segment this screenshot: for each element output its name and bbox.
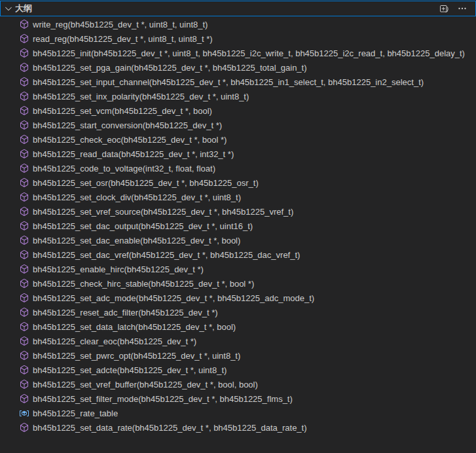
symbol-method-icon	[19, 321, 29, 332]
outline-item[interactable]: bh45b1225_reset_adc_filter(bh45b1225_dev…	[0, 305, 476, 319]
chevron-down-icon	[3, 3, 14, 14]
outline-item-label: bh45b1225_rate_table	[33, 408, 118, 418]
outline-item[interactable]: read_reg(bh45b1225_dev_t *, uint8_t, uin…	[0, 31, 476, 46]
outline-item-label: bh45b1225_set_dac_vref(bh45b1225_dev_t *…	[33, 250, 300, 260]
symbol-method-icon	[19, 206, 29, 217]
outline-item-label: bh45b1225_enable_hirc(bh45b1225_dev_t *)	[33, 264, 204, 274]
outline-item-label: bh45b1225_set_dac_enable(bh45b1225_dev_t…	[33, 236, 240, 245]
outline-item[interactable]: bh45b1225_set_adcte(bh45b1225_dev_t *, u…	[0, 363, 476, 377]
symbol-method-icon	[19, 235, 29, 245]
outline-item-label: bh45b1225_set_pga_gain(bh45b1225_dev_t *…	[33, 63, 307, 73]
symbol-method-icon	[19, 264, 29, 274]
outline-item-label: bh45b1225_reset_adc_filter(bh45b1225_dev…	[33, 308, 218, 317]
symbol-method-icon	[19, 62, 29, 73]
expand-all-button[interactable]	[437, 2, 450, 15]
symbol-method-icon	[19, 221, 29, 231]
symbol-method-icon	[19, 77, 29, 87]
outline-item[interactable]: bh45b1225_rate_table	[0, 406, 476, 420]
outline-item-label: bh45b1225_check_eoc(bh45b1225_dev_t *, b…	[33, 135, 227, 145]
outline-item-label: bh45b1225_set_vref_source(bh45b1225_dev_…	[33, 207, 293, 217]
outline-item[interactable]: bh45b1225_set_clock_div(bh45b1225_dev_t …	[0, 190, 476, 204]
outline-item[interactable]: bh45b1225_set_dac_output(bh45b1225_dev_t…	[0, 219, 476, 233]
outline-item-label: bh45b1225_set_filter_mode(bh45b1225_dev_…	[33, 394, 293, 404]
header-actions	[437, 2, 469, 15]
outline-item[interactable]: bh45b1225_set_dac_enable(bh45b1225_dev_t…	[0, 233, 476, 247]
symbol-method-icon	[19, 393, 29, 404]
symbol-method-icon	[19, 105, 29, 116]
outline-item-label: bh45b1225_start_conversion(bh45b1225_dev…	[33, 120, 222, 130]
symbol-method-icon	[19, 278, 29, 289]
outline-item[interactable]: bh45b1225_set_vref_buffer(bh45b1225_dev_…	[0, 377, 476, 391]
outline-title: 大纲	[15, 3, 32, 14]
outline-item[interactable]: bh45b1225_set_adc_mode(bh45b1225_dev_t *…	[0, 291, 476, 305]
symbol-method-icon	[19, 134, 29, 145]
outline-item-label: bh45b1225_set_data_latch(bh45b1225_dev_t…	[33, 322, 236, 332]
outline-item-label: bh45b1225_set_clock_div(bh45b1225_dev_t …	[33, 192, 241, 202]
symbol-method-icon	[19, 336, 29, 346]
outline-item[interactable]: bh45b1225_read_data(bh45b1225_dev_t *, i…	[0, 147, 476, 161]
outline-tree: write_reg(bh45b1225_dev_t *, uint8_t, ui…	[0, 17, 476, 453]
outline-item-label: bh45b1225_init(bh45b1225_dev_t *, uint8_…	[33, 48, 465, 58]
outline-item-label: bh45b1225_set_input_channel(bh45b1225_de…	[33, 77, 424, 87]
symbol-method-icon	[19, 192, 29, 202]
outline-item[interactable]: bh45b1225_init(bh45b1225_dev_t *, uint8_…	[0, 46, 476, 60]
outline-item[interactable]: bh45b1225_set_pga_gain(bh45b1225_dev_t *…	[0, 60, 476, 75]
symbol-method-icon	[19, 293, 29, 303]
outline-item[interactable]: bh45b1225_set_vref_source(bh45b1225_dev_…	[0, 204, 476, 219]
symbol-method-icon	[19, 249, 29, 260]
outline-item[interactable]: bh45b1225_set_inx_polarity(bh45b1225_dev…	[0, 89, 476, 103]
outline-item[interactable]: bh45b1225_set_pwrc_opt(bh45b1225_dev_t *…	[0, 348, 476, 363]
outline-item-label: bh45b1225_code_to_voltage(int32_t, float…	[33, 164, 215, 173]
outline-item[interactable]: bh45b1225_set_data_rate(bh45b1225_dev_t …	[0, 420, 476, 435]
outline-item-label: bh45b1225_clear_eoc(bh45b1225_dev_t *)	[33, 336, 196, 346]
symbol-method-icon	[19, 307, 29, 317]
outline-item-label: bh45b1225_set_vref_buffer(bh45b1225_dev_…	[33, 380, 258, 390]
outline-item[interactable]: bh45b1225_check_eoc(bh45b1225_dev_t *, b…	[0, 132, 476, 147]
more-actions-button[interactable]	[456, 2, 469, 15]
outline-item[interactable]: write_reg(bh45b1225_dev_t *, uint8_t, ui…	[0, 17, 476, 31]
outline-item-label: bh45b1225_check_hirc_stable(bh45b1225_de…	[33, 279, 254, 289]
outline-item-label: bh45b1225_set_inx_polarity(bh45b1225_dev…	[33, 92, 249, 101]
symbol-method-icon	[19, 149, 29, 159]
outline-item-label: bh45b1225_read_data(bh45b1225_dev_t *, i…	[33, 149, 234, 159]
symbol-method-icon	[19, 91, 29, 101]
outline-item-label: read_reg(bh45b1225_dev_t *, uint8_t, uin…	[33, 34, 213, 44]
symbol-method-icon	[19, 422, 29, 433]
symbol-method-icon	[19, 120, 29, 130]
symbol-method-icon	[19, 350, 29, 361]
outline-item[interactable]: bh45b1225_start_conversion(bh45b1225_dev…	[0, 118, 476, 132]
outline-item-label: bh45b1225_set_adc_mode(bh45b1225_dev_t *…	[33, 293, 314, 303]
outline-item-label: bh45b1225_set_adcte(bh45b1225_dev_t *, u…	[33, 365, 227, 375]
outline-section-header[interactable]: 大纲	[0, 1, 476, 16]
outline-item[interactable]: bh45b1225_set_data_latch(bh45b1225_dev_t…	[0, 319, 476, 334]
symbol-variable-icon	[19, 408, 29, 418]
symbol-method-icon	[19, 33, 29, 44]
symbol-method-icon	[19, 379, 29, 390]
symbol-method-icon	[19, 365, 29, 375]
outline-item-label: bh45b1225_set_dac_output(bh45b1225_dev_t…	[33, 221, 253, 231]
outline-item[interactable]: bh45b1225_set_osr(bh45b1225_dev_t *, bh4…	[0, 175, 476, 190]
outline-item-label: bh45b1225_set_data_rate(bh45b1225_dev_t …	[33, 423, 307, 433]
symbol-method-icon	[19, 19, 29, 29]
outline-panel: 大纲 write_reg(bh45b1225_dev_t *, uin	[0, 0, 476, 453]
symbol-method-icon	[19, 48, 29, 58]
outline-item[interactable]: bh45b1225_set_dac_vref(bh45b1225_dev_t *…	[0, 247, 476, 262]
outline-item[interactable]: bh45b1225_set_filter_mode(bh45b1225_dev_…	[0, 391, 476, 406]
outline-item[interactable]: bh45b1225_enable_hirc(bh45b1225_dev_t *)	[0, 262, 476, 276]
symbol-method-icon	[19, 163, 29, 173]
outline-item-label: write_reg(bh45b1225_dev_t *, uint8_t, ui…	[33, 20, 208, 29]
outline-item[interactable]: bh45b1225_set_vcm(bh45b1225_dev_t *, boo…	[0, 103, 476, 118]
outline-item[interactable]: bh45b1225_check_hirc_stable(bh45b1225_de…	[0, 276, 476, 291]
outline-item[interactable]: bh45b1225_clear_eoc(bh45b1225_dev_t *)	[0, 334, 476, 348]
outline-item-label: bh45b1225_set_pwrc_opt(bh45b1225_dev_t *…	[33, 351, 240, 361]
outline-item[interactable]: bh45b1225_code_to_voltage(int32_t, float…	[0, 161, 476, 175]
outline-item-label: bh45b1225_set_vcm(bh45b1225_dev_t *, boo…	[33, 106, 212, 116]
symbol-method-icon	[19, 177, 29, 188]
outline-item[interactable]: bh45b1225_set_input_channel(bh45b1225_de…	[0, 75, 476, 89]
outline-item-label: bh45b1225_set_osr(bh45b1225_dev_t *, bh4…	[33, 178, 259, 188]
